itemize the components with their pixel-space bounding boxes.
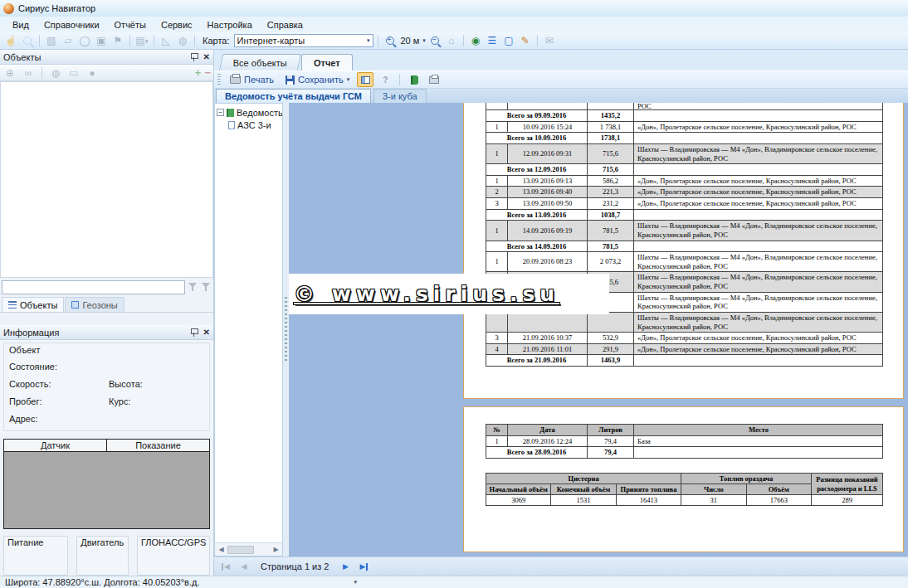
pan-icon[interactable]: ☝ <box>3 34 18 48</box>
help-button[interactable]: ? <box>377 72 393 87</box>
menu-item[interactable]: Настройка <box>200 18 260 32</box>
track-object-icon[interactable]: ⊕ <box>2 66 17 80</box>
last-page-button[interactable]: ▶ <box>355 559 372 574</box>
pin-icon[interactable] <box>189 328 198 337</box>
edit-notes-icon[interactable]: ✎ <box>518 34 533 48</box>
home-icon[interactable]: ⌂ <box>444 34 459 48</box>
table-header-row: № Дата Литров Место <box>486 425 883 436</box>
tab-all-objects[interactable]: Все объекты <box>219 54 301 70</box>
report-viewer[interactable]: РОС Всего за 09.09.2016 1435,2 <box>289 103 908 556</box>
zoom-out-icon[interactable]: − <box>427 34 442 48</box>
filter-icon[interactable] <box>188 282 198 292</box>
zoom-scale-value[interactable]: 20 м <box>401 36 420 46</box>
geozone-icon <box>71 301 79 309</box>
vehicle-icon[interactable]: ▭ <box>66 66 81 80</box>
geozone-tool-icon[interactable]: ▢ <box>501 34 516 48</box>
save-button[interactable]: Сохранить ▾ <box>281 73 354 86</box>
objects-tree-area[interactable] <box>0 81 213 278</box>
globe-color-icon[interactable]: ◉ <box>468 34 483 48</box>
status-dropdown-icon[interactable]: ▾ <box>354 579 357 586</box>
summary-values-row: 3069 1531 16413 31 17663 289 <box>486 495 883 506</box>
report-tabs: Ведомость учёта выдачи ГСМ 3-и куба <box>214 89 908 103</box>
chevron-down-icon: ▾ <box>367 37 370 44</box>
info-panel: Объект Состояние: Скорость: Высота: Проб… <box>0 340 213 434</box>
tree-node-child[interactable]: АЗС 3-и <box>217 119 282 131</box>
table-row: 1 28.09.2016 12:24 79,4 База <box>486 435 883 447</box>
app-icon <box>3 3 14 14</box>
toolbar-grip[interactable] <box>217 74 221 85</box>
toolbar-separator <box>129 35 130 46</box>
scroll-right-icon[interactable]: ▶ <box>270 546 282 553</box>
status-bar: Широта: 47.88920°с.ш. Долгота: 40.05203°… <box>0 576 908 588</box>
panel-icon <box>361 76 370 84</box>
menu-item[interactable]: Вид <box>5 18 37 32</box>
zoom-in-icon[interactable]: + <box>383 34 398 48</box>
filter-clear-icon[interactable] <box>201 282 212 292</box>
tab-report-cube[interactable]: 3-и куба <box>373 89 427 103</box>
scroll-left-icon[interactable]: ◀ <box>215 546 227 553</box>
select-square-icon[interactable]: ▣ <box>94 34 109 48</box>
engine-groupbox: Двигатель <box>76 536 129 576</box>
indicator-groupboxes: Питание Двигатель ГЛОНАСС/GPS <box>0 531 213 576</box>
select-circle-icon[interactable]: ◯ <box>77 34 92 48</box>
menu-item[interactable]: Сервис <box>154 18 200 32</box>
add-object-icon[interactable]: + <box>195 66 202 79</box>
toolbar-separator <box>41 67 42 79</box>
report-book-icon <box>227 109 234 117</box>
first-page-button[interactable]: ◀ <box>217 559 234 574</box>
close-icon[interactable]: ✕ <box>203 328 210 337</box>
tab-geozones[interactable]: Геозоны <box>65 297 124 312</box>
zoom-scale-dropdown-icon[interactable]: ▾ <box>422 37 426 44</box>
fuel-issue-table-page2: № Дата Литров Место 1 <box>486 424 883 459</box>
table-row: 4 21.09.2016 11:01 291,9 «Дон», Пролетар… <box>486 343 883 355</box>
zoom-tool-icon[interactable] <box>20 34 35 48</box>
object-list-icon[interactable]: ☰ <box>485 34 500 48</box>
remove-object-icon[interactable]: − <box>204 66 211 79</box>
scrollbar-thumb[interactable] <box>227 546 254 554</box>
menu-bar: ВидСправочникиОтчётыСервисНастройкаСправ… <box>0 17 908 32</box>
toolbar-separator <box>39 35 40 46</box>
panel-splitter[interactable] <box>283 103 289 556</box>
menu-item[interactable]: Отчёты <box>107 18 154 32</box>
toggle-tree-panel-button[interactable] <box>357 72 373 87</box>
select-polygon-icon[interactable]: ▱ <box>61 34 76 48</box>
mail-icon[interactable]: ✉ <box>542 34 557 48</box>
globe-gray-icon[interactable]: ◍ <box>175 34 190 48</box>
summary-table-wrap: Цистерна Топлив ораздача Разница показан… <box>486 473 883 507</box>
collapse-icon[interactable]: − <box>217 109 224 116</box>
tab-objects[interactable]: Объекты <box>2 297 64 312</box>
objects-toolbar: ⊕ ∞ ◍ ▭ ● + − <box>0 65 213 81</box>
globe-track-icon[interactable]: ◍ <box>48 66 63 80</box>
table-row: 1 10.09.2016 15:24 1 738,1 «Дон», Пролет… <box>486 121 883 133</box>
tab-report-gsm[interactable]: Ведомость учёта выдачи ГСМ <box>216 89 371 103</box>
report-book-button[interactable] <box>406 72 422 87</box>
window-title: Сириус Навигатор <box>18 3 95 13</box>
table-row: 1 12.09.2016 09:31 715,6 Шахты — Владими… <box>486 143 883 163</box>
select-rect-icon[interactable]: ▧ <box>44 34 59 48</box>
total-row: Всего за 28.09.2016 79,4 <box>486 447 883 459</box>
point-icon[interactable]: ● <box>85 66 100 80</box>
pin-icon[interactable] <box>189 52 198 61</box>
map-combobox[interactable]: Интернет-карты ▾ <box>234 34 373 47</box>
print-button[interactable]: Печать <box>226 73 278 86</box>
tree-node-root[interactable]: − Ведомость <box>217 106 282 119</box>
save-dropdown-icon[interactable]: ▾ <box>347 76 350 83</box>
layers-icon[interactable]: ▤▾ <box>134 34 149 48</box>
tab-report[interactable]: Отчет <box>301 54 353 70</box>
print-preview-button[interactable] <box>426 72 442 87</box>
toolbar-separator <box>378 35 378 46</box>
total-row: Всего за 12.09.2016 715,6 <box>486 164 883 176</box>
preview-icon <box>429 76 439 84</box>
binoculars-icon[interactable]: ∞ <box>21 66 36 80</box>
measure-icon[interactable]: ◺ <box>159 34 173 48</box>
tree-horizontal-scrollbar[interactable]: ◀ ▶ <box>215 542 282 556</box>
next-page-button[interactable]: ▶ <box>337 559 354 574</box>
object-filter-input[interactable] <box>2 280 185 294</box>
report-page-2: № Дата Литров Место 1 <box>463 406 904 552</box>
flag-icon[interactable]: ⚑ <box>110 34 125 48</box>
prev-page-button[interactable]: ◀ <box>236 559 252 574</box>
close-icon[interactable]: ✕ <box>203 52 210 61</box>
menu-item[interactable]: Справочники <box>37 18 107 32</box>
height-label: Высота: <box>109 379 143 389</box>
menu-item[interactable]: Справка <box>260 18 310 32</box>
